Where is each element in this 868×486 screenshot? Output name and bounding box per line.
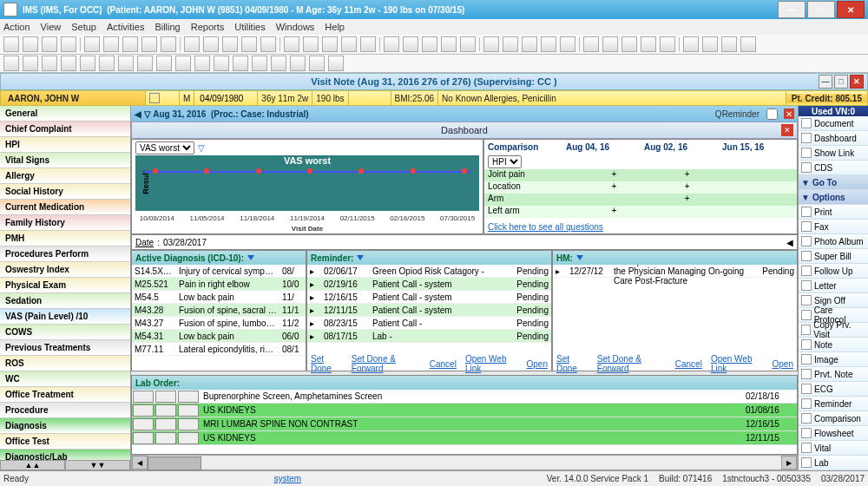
- diagnosis-row[interactable]: M77.11Lateral epicondylitis, right elbow…: [132, 343, 306, 356]
- reminder-row[interactable]: ▸02/06/17Green Opiod Risk Catagory -Pend…: [307, 265, 551, 278]
- menu-view[interactable]: View: [41, 22, 62, 32]
- reminder-action-open[interactable]: Open: [527, 359, 548, 369]
- section-restore-button[interactable]: □: [834, 75, 848, 89]
- qreminder-checkbox[interactable]: [766, 108, 778, 120]
- leftnav-office-treatment[interactable]: Office Treatment: [0, 387, 130, 403]
- diagnosis-row[interactable]: M43.28Fusion of spine, sacral and sacroc…: [132, 304, 306, 317]
- toolbar2-button-3[interactable]: [61, 56, 76, 71]
- comparison-category-select[interactable]: HPI: [488, 155, 522, 168]
- leftnav-allergy[interactable]: Allergy: [0, 168, 130, 184]
- toolbar2-button-15[interactable]: [290, 56, 306, 71]
- diagnosis-row[interactable]: M54.5Low back pain11/: [132, 291, 306, 304]
- leftnav-general[interactable]: General: [0, 106, 130, 122]
- comparison-col-0[interactable]: Aug 04, 16: [562, 140, 641, 154]
- toolbar-button-31[interactable]: [621, 36, 637, 52]
- rightnav-print[interactable]: Print: [799, 205, 868, 220]
- toolbar-button-14[interactable]: [284, 36, 299, 52]
- status-system-link[interactable]: system: [273, 474, 301, 483]
- leftnav-wc[interactable]: WC: [0, 371, 130, 387]
- leftnav-vas-pain-level-10[interactable]: VAS (Pain Level) /10: [0, 309, 130, 325]
- toolbar-button-16[interactable]: [322, 36, 338, 52]
- menu-help[interactable]: Help: [325, 22, 345, 32]
- toolbar-button-34[interactable]: [683, 36, 699, 52]
- toolbar2-button-1[interactable]: [23, 56, 38, 71]
- toolbar2-button-4[interactable]: [80, 56, 95, 71]
- dropdown-icon[interactable]: [357, 255, 364, 260]
- dropdown-icon[interactable]: [576, 255, 583, 260]
- rightnav-comparison[interactable]: Comparison: [799, 411, 868, 426]
- toolbar-button-35[interactable]: [702, 36, 718, 52]
- dropdown-icon[interactable]: [247, 255, 254, 260]
- leftnav-previous-treatments[interactable]: Previous Treatments: [0, 340, 130, 356]
- dashboard-close-button[interactable]: ✕: [781, 124, 793, 136]
- rightnav-lab[interactable]: Lab: [799, 456, 868, 470]
- reminder-row[interactable]: ▸02/19/16Patient Call - systemPending: [307, 278, 551, 291]
- toolbar-button-32[interactable]: [641, 36, 656, 52]
- patient-dob-input[interactable]: [198, 93, 253, 104]
- menu-utilities[interactable]: Utilities: [234, 22, 265, 32]
- diagnosis-row[interactable]: M25.521Pain in right elbow10/0: [132, 278, 306, 291]
- comparison-col-2[interactable]: Jun 15, 16: [719, 140, 797, 154]
- leftnav-office-test[interactable]: Office Test: [0, 434, 130, 450]
- toolbar-button-4[interactable]: [84, 36, 100, 52]
- diagnosis-row[interactable]: S14.5XXAInjury of cervical sympathetic n…: [132, 265, 306, 278]
- toolbar2-button-5[interactable]: [99, 56, 115, 71]
- toolbar-button-20[interactable]: [403, 36, 418, 52]
- toolbar2-button-16[interactable]: [309, 56, 325, 71]
- rightnav-ecg[interactable]: ECG: [799, 382, 868, 397]
- toolbar2-button-2[interactable]: [42, 56, 57, 71]
- toolbar-button-25[interactable]: [503, 36, 518, 52]
- toolbar-button-18[interactable]: [360, 36, 376, 52]
- toolbar2-button-13[interactable]: [252, 56, 267, 71]
- menu-activities[interactable]: Activities: [107, 22, 144, 32]
- scroll-left-button[interactable]: ◀: [132, 456, 148, 470]
- leftnav-social-history[interactable]: Social History: [0, 184, 130, 200]
- rightnav-go-to[interactable]: ▼Go To: [799, 175, 868, 190]
- lab-row[interactable]: US KIDNEYS12/11/15: [132, 431, 797, 445]
- leftnav-sedation[interactable]: Sedation: [0, 293, 130, 309]
- menu-billing[interactable]: Billing: [155, 22, 180, 32]
- leftnav-family-history[interactable]: Family History: [0, 215, 130, 231]
- rightnav-dashboard[interactable]: Dashboard: [799, 131, 868, 146]
- toolbar-button-15[interactable]: [303, 36, 319, 52]
- section-close-button[interactable]: ✕: [850, 75, 864, 89]
- menu-setup[interactable]: Setup: [71, 22, 96, 32]
- rightnav-flowsheet[interactable]: Flowsheet: [799, 426, 868, 441]
- toolbar2-button-6[interactable]: [118, 56, 134, 71]
- toolbar2-button-7[interactable]: [137, 56, 153, 71]
- toolbar-button-10[interactable]: [203, 36, 219, 52]
- rightnav-photo-album[interactable]: Photo Album: [799, 234, 868, 249]
- diagnosis-row[interactable]: M43.27Fusion of spine, lumbosacral regio…: [132, 317, 306, 330]
- leftnav-hpi[interactable]: HPI: [0, 137, 130, 153]
- toolbar-button-11[interactable]: [222, 36, 238, 52]
- reminder-action-set-done-forward[interactable]: Set Done & Forward: [352, 354, 421, 373]
- reminder-action-cancel[interactable]: Cancel: [430, 359, 457, 369]
- toolbar-button-8[interactable]: [161, 36, 176, 52]
- rightnav-note[interactable]: Note: [799, 338, 868, 352]
- toolbar-button-24[interactable]: [483, 36, 499, 52]
- leftnav-diagnostic-lab[interactable]: Diagnostic/Lab: [0, 450, 130, 460]
- patient-icon[interactable]: [149, 93, 160, 103]
- rightnav-prvt-note[interactable]: Prvt. Note: [799, 367, 868, 382]
- reminder-row[interactable]: ▸12/11/15Patient Call - systemPending: [307, 304, 551, 317]
- leftnav-procedure[interactable]: Procedure: [0, 403, 130, 418]
- leftnav-chief-complaint[interactable]: Chief Complaint: [0, 122, 130, 137]
- toolbar2-button-11[interactable]: [214, 56, 229, 71]
- scroll-thumb[interactable]: [148, 456, 201, 470]
- hm-action-cancel[interactable]: Cancel: [675, 359, 702, 369]
- toolbar-button-37[interactable]: [740, 36, 756, 52]
- rightnav-vital[interactable]: Vital: [799, 441, 868, 456]
- hm-action-open-web-link[interactable]: Open Web Link: [711, 354, 764, 373]
- toolbar-button-9[interactable]: [184, 36, 200, 52]
- toolbar-button-0[interactable]: [3, 36, 19, 52]
- rightnav-image[interactable]: Image: [799, 352, 868, 367]
- chart-dropdown-icon[interactable]: ▽: [198, 143, 205, 153]
- menu-windows[interactable]: Windows: [276, 22, 315, 32]
- hm-action-open[interactable]: Open: [773, 359, 793, 369]
- leftnav-physical-exam[interactable]: Physical Exam: [0, 278, 130, 293]
- section-minimize-button[interactable]: —: [819, 75, 832, 89]
- leftnav-procedures-perform[interactable]: Procedures Perform: [0, 246, 130, 262]
- diagnosis-row[interactable]: M54.31Low back pain06/0: [132, 330, 306, 343]
- rightnav-options[interactable]: ▼Options: [799, 190, 868, 205]
- toolbar-button-22[interactable]: [441, 36, 457, 52]
